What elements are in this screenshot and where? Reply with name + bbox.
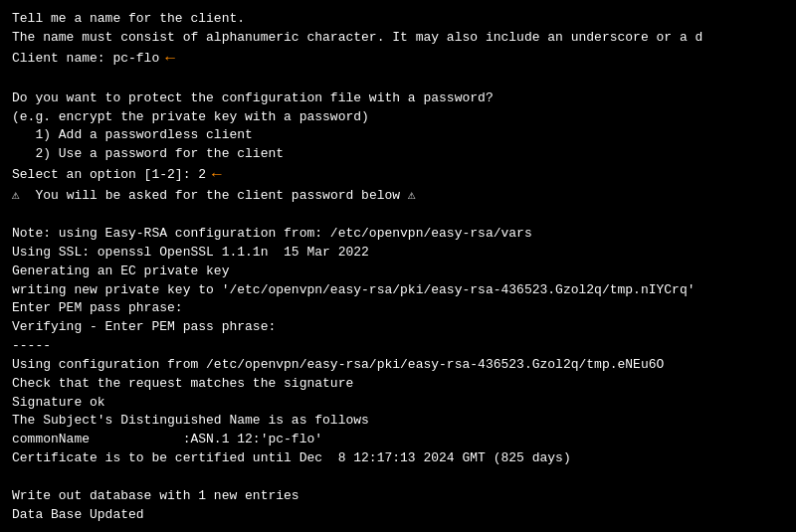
terminal: Tell me a name for the client. The name … bbox=[0, 0, 796, 532]
line-17: Using configuration from /etc/openvpn/ea… bbox=[12, 356, 784, 375]
line-15: Verifying - Enter PEM pass phrase: bbox=[12, 318, 784, 337]
line-22: Certificate is to be certified until Dec… bbox=[12, 449, 784, 468]
arrow-1: ← bbox=[165, 48, 175, 71]
line-blank-4 bbox=[12, 524, 784, 532]
line-13: writing new private key to '/etc/openvpn… bbox=[12, 281, 784, 300]
line-16: ----- bbox=[12, 337, 784, 356]
line-19: Signature ok bbox=[12, 394, 784, 413]
line-blank-3 bbox=[12, 468, 784, 487]
line-8-text: Select an option [1-2]: 2 bbox=[12, 166, 206, 185]
line-6: 1) Add a passwordless client bbox=[12, 126, 784, 145]
line-4: Do you want to protect the configuration… bbox=[12, 89, 784, 108]
line-7: 2) Use a password for the client bbox=[12, 145, 784, 164]
line-21: commonName :ASN.1 12:'pc-flo' bbox=[12, 431, 784, 449]
line-3-text: Client name: pc-flo bbox=[12, 50, 159, 69]
line-9: ⚠️ You will be asked for the client pass… bbox=[12, 187, 784, 206]
line-12: Generating an EC private key bbox=[12, 263, 784, 281]
line-1: Tell me a name for the client. bbox=[12, 10, 784, 29]
line-10: Note: using Easy-RSA configuration from:… bbox=[12, 225, 784, 244]
line-20: The Subject's Distinguished Name is as f… bbox=[12, 412, 784, 431]
line-3: Client name: pc-flo ← bbox=[12, 48, 784, 71]
line-blank-1 bbox=[12, 71, 784, 89]
line-8: Select an option [1-2]: 2 ← bbox=[12, 164, 784, 187]
arrow-2: ← bbox=[212, 164, 222, 187]
line-14: Enter PEM pass phrase: bbox=[12, 299, 784, 318]
line-18: Check that the request matches the signa… bbox=[12, 375, 784, 394]
line-blank-2 bbox=[12, 206, 784, 225]
line-24: Data Base Updated bbox=[12, 506, 784, 525]
line-5: (e.g. encrypt the private key with a pas… bbox=[12, 108, 784, 127]
line-2: The name must consist of alphanumeric ch… bbox=[12, 29, 784, 48]
line-11: Using SSL: openssl OpenSSL 1.1.1n 15 Mar… bbox=[12, 244, 784, 263]
line-23: Write out database with 1 new entries bbox=[12, 487, 784, 506]
